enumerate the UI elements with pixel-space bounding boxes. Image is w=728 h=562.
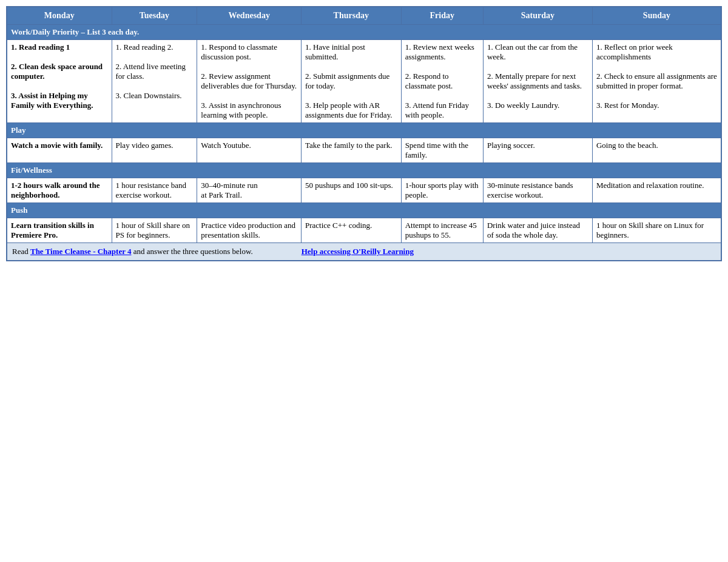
cell-push-0-0: Learn transition skills in Premiere Pro.	[7, 218, 112, 243]
oreilly-link[interactable]: Help accessing O'Reilly Learning	[302, 247, 414, 256]
footer-cell: Read The Time Cleanse - Chapter 4 and an…	[7, 243, 721, 261]
section-header-push: Push	[7, 203, 721, 218]
schedule-table: Monday Tuesday Wednesday Thursday Friday…	[6, 6, 722, 261]
header-monday: Monday	[7, 7, 112, 25]
cell-work-daily-0-0: 1. Read reading 12. Clean desk space aro…	[7, 40, 112, 123]
time-cleanse-link[interactable]: The Time Cleanse - Chapter 4	[30, 247, 131, 256]
cell-push-0-4: Attempt to increase 45 pushups to 55.	[401, 218, 483, 243]
cell-play-0-3: Take the family to the park.	[301, 138, 401, 163]
cell-play-0-4: Spend time with the family.	[401, 138, 483, 163]
cell-push-0-5: Drink water and juice instead of soda th…	[483, 218, 592, 243]
header-tuesday: Tuesday	[112, 7, 197, 25]
header-wednesday: Wednesday	[197, 7, 302, 25]
cell-work-daily-0-2: 1. Respond to classmate discussion post.…	[197, 40, 302, 123]
header-row: Monday Tuesday Wednesday Thursday Friday…	[7, 7, 721, 25]
footer-left-text: Read	[12, 247, 30, 256]
header-thursday: Thursday	[301, 7, 401, 25]
section-label-play: Play	[7, 123, 721, 138]
cell-work-daily-0-4: 1. Review next weeks assignments.2. Resp…	[401, 40, 483, 123]
footer-row: Read The Time Cleanse - Chapter 4 and an…	[7, 243, 721, 261]
cell-fit-wellness-0-5: 30-minute resistance bands exercise work…	[483, 178, 592, 203]
cell-work-daily-0-6: 1. Reflect on prior week accomplishments…	[592, 40, 721, 123]
cell-fit-wellness-0-1: 1 hour resistance band exercise workout.	[112, 178, 197, 203]
section-header-play: Play	[7, 123, 721, 138]
cell-play-0-1: Play video games.	[112, 138, 197, 163]
cell-play-0-5: Playing soccer.	[483, 138, 592, 163]
cell-fit-wellness-0-6: Meditation and relaxation routine.	[592, 178, 721, 203]
data-row-play-0: Watch a movie with family.Play video gam…	[7, 138, 721, 163]
cell-fit-wellness-0-0: 1-2 hours walk around the neighborhood.	[7, 178, 112, 203]
section-label-work-daily: Work/Daily Priority – List 3 each day.	[7, 25, 721, 40]
cell-push-0-3: Practice C++ coding.	[301, 218, 401, 243]
footer-middle-text: and answer the three questions below.	[131, 247, 252, 256]
data-row-fit-wellness-0: 1-2 hours walk around the neighborhood.1…	[7, 178, 721, 203]
cell-push-0-1: 1 hour of Skill share on PS for beginner…	[112, 218, 197, 243]
data-row-push-0: Learn transition skills in Premiere Pro.…	[7, 218, 721, 243]
cell-work-daily-0-3: 1. Have initial post submitted.2. Submit…	[301, 40, 401, 123]
data-row-work-daily-0: 1. Read reading 12. Clean desk space aro…	[7, 40, 721, 123]
cell-work-daily-0-1: 1. Read reading 2.2. Attend live meeting…	[112, 40, 197, 123]
cell-push-0-2: Practice video production and presentati…	[197, 218, 302, 243]
cell-fit-wellness-0-2: 30–40-minute runat Park Trail.	[197, 178, 302, 203]
section-header-fit-wellness: Fit/Wellness	[7, 163, 721, 178]
header-sunday: Sunday	[592, 7, 721, 25]
cell-fit-wellness-0-4: 1-hour sports play with people.	[401, 178, 483, 203]
cell-push-0-6: 1 hour on Skill share on Linux for begin…	[592, 218, 721, 243]
cell-fit-wellness-0-3: 50 pushups and 100 sit-ups.	[301, 178, 401, 203]
header-saturday: Saturday	[483, 7, 592, 25]
section-header-work-daily: Work/Daily Priority – List 3 each day.	[7, 25, 721, 40]
section-label-fit-wellness: Fit/Wellness	[7, 163, 721, 178]
section-label-push: Push	[7, 203, 721, 218]
cell-play-0-0: Watch a movie with family.	[7, 138, 112, 163]
cell-work-daily-0-5: 1. Clean out the car from the week.2. Me…	[483, 40, 592, 123]
header-friday: Friday	[401, 7, 483, 25]
cell-play-0-2: Watch Youtube.	[197, 138, 302, 163]
cell-play-0-6: Going to the beach.	[592, 138, 721, 163]
